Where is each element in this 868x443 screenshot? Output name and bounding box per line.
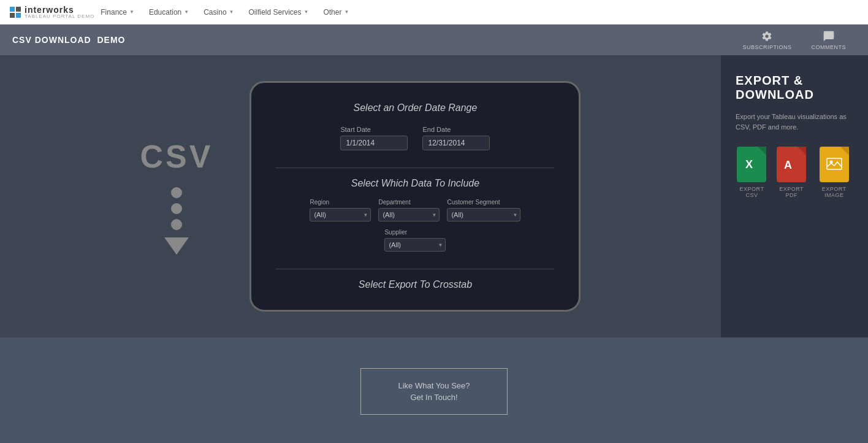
nav-finance-label: Finance — [101, 8, 127, 17]
nav-other-label: Other — [323, 8, 341, 17]
nav-education-chevron: ▼ — [184, 9, 189, 15]
export-csv-label: EXPORT CSV — [736, 186, 768, 198]
nav-other-chevron: ▼ — [344, 9, 349, 15]
nav-other[interactable]: Other ▼ — [317, 4, 355, 20]
comments-button[interactable]: COMMENTS — [802, 26, 856, 54]
region-select[interactable]: (All) — [310, 208, 371, 222]
department-filter: Department (All) — [378, 199, 440, 222]
export-image-icon — [820, 147, 849, 182]
svg-text:A: A — [784, 159, 793, 171]
export-title: EXPORT & DOWNLOAD — [736, 74, 853, 102]
pdf-icon-text: A — [783, 155, 800, 174]
nav-casino[interactable]: Casino ▼ — [197, 4, 240, 20]
customer-segment-select-wrap: (All) — [447, 208, 520, 222]
csv-icon-text: X — [743, 155, 760, 175]
date-row: Start Date End Date — [276, 126, 554, 150]
nav-finance-chevron: ▼ — [129, 9, 134, 15]
nav-casino-chevron: ▼ — [229, 9, 234, 15]
logo-sq-2 — [16, 7, 21, 12]
nav-oilfield-label: Oilfield Services — [248, 8, 301, 17]
cta-line1: Like What You See? — [398, 381, 470, 390]
export-image-item[interactable]: EXPORT IMAGE — [815, 147, 853, 198]
toolbar-actions: SUBSCRIPTIONS COMMENTS — [733, 26, 856, 54]
csv-dot-3 — [171, 219, 182, 230]
export-image-label: EXPORT IMAGE — [815, 186, 853, 198]
region-filter: Region (All) — [310, 199, 371, 222]
export-sidebar: EXPORT & DOWNLOAD Export your Tableau vi… — [721, 55, 868, 337]
export-pdf-icon: A — [777, 147, 806, 182]
cta-line2: Get In Touch! — [398, 393, 470, 402]
nav-education[interactable]: Education ▼ — [143, 4, 195, 20]
csv-dots — [164, 187, 189, 255]
logo-sq-3 — [10, 13, 15, 18]
comments-label: COMMENTS — [812, 44, 847, 50]
nav-education-label: Education — [149, 8, 181, 17]
customer-segment-filter: Customer Segment (All) — [447, 199, 520, 222]
brand-name: interworks — [25, 6, 94, 14]
img-icon-text — [826, 155, 843, 175]
csv-graphic: CSV — [140, 138, 213, 255]
filter-row: Region (All) Department (All) — [276, 199, 554, 252]
main-content: CSV Select an Order Date Range Start Dat… — [0, 55, 868, 337]
nav-oilfield[interactable]: Oilfield Services ▼ — [242, 4, 314, 20]
export-csv-icon: X — [737, 147, 766, 182]
start-date-input[interactable] — [340, 136, 408, 150]
customer-segment-label: Customer Segment — [447, 199, 520, 206]
supplier-label: Supplier — [384, 229, 446, 236]
nav-finance[interactable]: Finance ▼ — [94, 4, 140, 20]
brand-sub: TABLEAU PORTAL DEMO — [25, 14, 94, 19]
subscriptions-button[interactable]: SUBSCRIPTIONS — [733, 26, 801, 54]
divider-1 — [276, 168, 554, 168]
export-pdf-item[interactable]: A EXPORT PDF — [775, 147, 807, 198]
customer-segment-select[interactable]: (All) — [447, 208, 520, 222]
data-include-title: Select Which Data To Include — [276, 178, 554, 189]
divider-2 — [276, 269, 554, 269]
supplier-select[interactable]: (All) — [384, 238, 446, 252]
csv-dot-1 — [171, 187, 182, 198]
comment-icon — [822, 29, 836, 43]
logo-sq-4 — [16, 13, 21, 18]
csv-panel: CSV Select an Order Date Range Start Dat… — [0, 55, 721, 337]
export-crosstab-title: Select Export To Crosstab — [276, 279, 554, 290]
start-date-field: Start Date — [340, 126, 408, 150]
top-nav: interworks TABLEAU PORTAL DEMO Finance ▼… — [0, 0, 868, 25]
end-date-label: End Date — [422, 126, 490, 133]
supplier-filter: Supplier (All) — [384, 229, 446, 252]
nav-items: Finance ▼ Education ▼ Casino ▼ Oilfield … — [94, 4, 858, 20]
toolbar-title: CSV DOWNLOAD DEMO — [12, 35, 125, 45]
date-range-title: Select an Order Date Range — [276, 102, 554, 114]
end-date-field: End Date — [422, 126, 490, 150]
toolbar: CSV DOWNLOAD DEMO SUBSCRIPTIONS COMMENTS — [0, 25, 868, 55]
csv-label: CSV — [140, 138, 213, 175]
export-pdf-label: EXPORT PDF — [775, 186, 807, 198]
logo-text: interworks TABLEAU PORTAL DEMO — [25, 6, 94, 19]
department-select-wrap: (All) — [378, 208, 440, 222]
department-select[interactable]: (All) — [378, 208, 440, 222]
logo-squares — [10, 7, 21, 18]
nav-oilfield-chevron: ▼ — [304, 9, 309, 15]
export-desc: Export your Tableau visualizations as CS… — [736, 112, 853, 132]
export-csv-item[interactable]: X EXPORT CSV — [736, 147, 768, 198]
csv-arrow — [164, 237, 189, 255]
svg-text:X: X — [745, 158, 753, 171]
supplier-select-wrap: (All) — [384, 238, 446, 252]
department-label: Department — [378, 199, 440, 206]
csv-dot-2 — [171, 203, 182, 214]
dark-widget: Select an Order Date Range Start Date En… — [249, 81, 581, 312]
end-date-input[interactable] — [422, 136, 490, 150]
logo: interworks TABLEAU PORTAL DEMO — [10, 6, 94, 19]
bottom-section: Like What You See? Get In Touch! — [0, 337, 868, 443]
export-icons: X EXPORT CSV A EXPORT PDF — [736, 147, 853, 198]
logo-sq-1 — [10, 7, 15, 12]
toolbar-title-prefix: CSV DOWNLOAD — [12, 35, 91, 45]
gear-icon — [760, 29, 774, 43]
subscriptions-label: SUBSCRIPTIONS — [742, 44, 791, 50]
start-date-label: Start Date — [340, 126, 408, 133]
region-label: Region — [310, 199, 371, 206]
toolbar-title-bold: DEMO — [97, 35, 125, 45]
cta-box[interactable]: Like What You See? Get In Touch! — [360, 368, 507, 415]
nav-casino-label: Casino — [204, 8, 226, 17]
region-select-wrap: (All) — [310, 208, 371, 222]
